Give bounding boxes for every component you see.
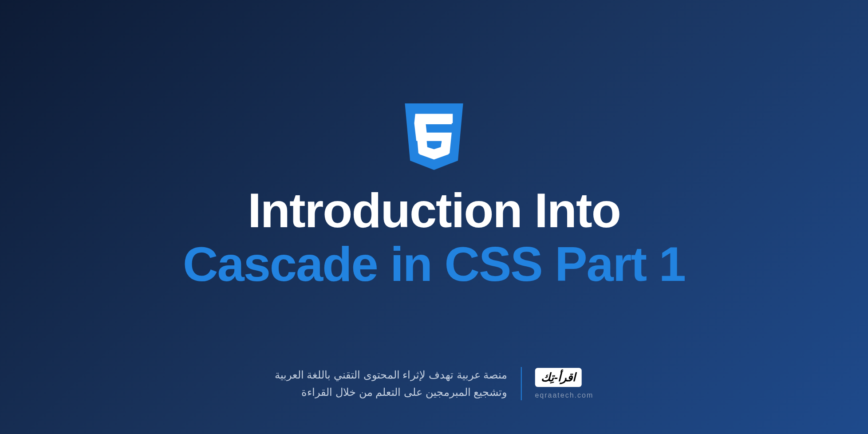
title-block: Introduction Into Cascade in CSS Part 1 xyxy=(183,183,685,291)
tagline-line1: منصة عربية تهدف لإثراء المحتوى التقني با… xyxy=(275,367,508,383)
website-url: eqraatech.com xyxy=(535,391,593,399)
title-primary: Introduction Into xyxy=(183,183,685,237)
footer-tagline: منصة عربية تهدف لإثراء المحتوى التقني با… xyxy=(275,367,508,401)
footer-branding: اقرأ-تِك eqraatech.com xyxy=(535,368,593,399)
title-secondary: Cascade in CSS Part 1 xyxy=(183,237,685,291)
main-container: Introduction Into Cascade in CSS Part 1 … xyxy=(0,0,868,434)
brand-logo: اقرأ-تِك xyxy=(535,368,582,387)
tagline-line2: وتشجيع المبرمجين على التعلم من خلال القر… xyxy=(275,384,508,401)
css3-logo-icon xyxy=(401,99,467,174)
footer-section: اقرأ-تِك eqraatech.com منصة عربية تهدف ل… xyxy=(275,367,594,401)
footer-divider xyxy=(521,367,521,400)
